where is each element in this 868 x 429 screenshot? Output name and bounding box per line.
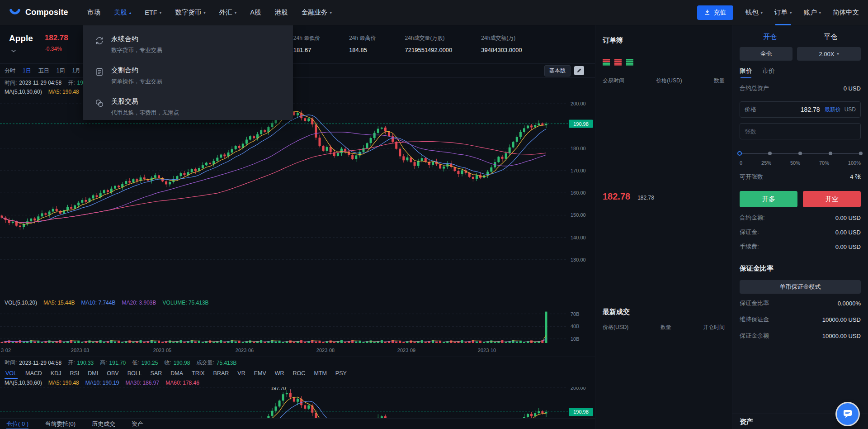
- indicator-boll[interactable]: BOLL: [127, 368, 143, 378]
- nav-account[interactable]: 账户▾: [803, 0, 821, 25]
- field-value: 2023-11-29 04:58: [19, 80, 61, 86]
- secondary-candle-chart[interactable]: 200.00190.98197.70: [0, 387, 595, 418]
- nav-item-finance[interactable]: 金融业务▾: [302, 8, 332, 17]
- chat-support-button[interactable]: [837, 403, 859, 425]
- indicator-rsi[interactable]: RSI: [69, 368, 80, 378]
- indicator-wr[interactable]: WR: [274, 368, 285, 378]
- indicator-sar[interactable]: SAR: [150, 368, 163, 378]
- nav-item-etf[interactable]: ETF▾: [145, 9, 161, 16]
- nav-orders[interactable]: 订单▾: [774, 0, 792, 25]
- indicator-roc[interactable]: ROC: [292, 368, 307, 378]
- chevron-down-icon: ▾: [819, 10, 821, 15]
- indicator-obv[interactable]: OBV: [106, 368, 119, 378]
- edition-button[interactable]: 基本版: [544, 65, 571, 76]
- timeframe-1月[interactable]: 1月: [72, 67, 80, 75]
- chevron-down-icon: ▾: [160, 10, 162, 15]
- tab-close[interactable]: 平仓: [824, 33, 837, 41]
- indicator-vol[interactable]: VOL: [5, 368, 18, 378]
- available-value: 4 张: [850, 173, 861, 181]
- use-latest-price-button[interactable]: 最新价: [825, 106, 841, 114]
- open-short-button[interactable]: 开空: [803, 191, 861, 207]
- margin-row-3: 保证金余额10000.00 USD: [740, 332, 861, 340]
- tab-limit[interactable]: 限价: [740, 67, 752, 76]
- tab-market[interactable]: 市价: [762, 67, 775, 76]
- row-value: 10000.00 USD: [822, 333, 861, 339]
- slider-dot-50%[interactable]: [798, 152, 802, 155]
- nav-wallet[interactable]: 钱包▾: [745, 0, 763, 25]
- book-both-sides-icon[interactable]: [603, 59, 610, 67]
- nav-item-hk-share[interactable]: 港股: [275, 8, 288, 17]
- timeframe-1周[interactable]: 1周: [57, 67, 65, 75]
- volume-chart[interactable]: 70B40B10B: [0, 307, 595, 347]
- slider-dot-25%[interactable]: [768, 152, 772, 155]
- svg-text:190.98: 190.98: [573, 409, 589, 415]
- price-input[interactable]: 价格 182.78 最新价 USD: [740, 101, 861, 118]
- indicator-dmi[interactable]: DMI: [87, 368, 99, 378]
- slider-dot-0[interactable]: [737, 151, 742, 156]
- stat-value: 7219551492.0000: [405, 47, 453, 53]
- slider-dot-100%[interactable]: [859, 152, 863, 155]
- indicator-dma[interactable]: DMA: [170, 368, 184, 378]
- svg-text:190.98: 190.98: [573, 121, 589, 127]
- nav-item-us-stock[interactable]: 美股▴: [114, 8, 132, 17]
- bottom-tab-1[interactable]: 仓位( 0 ): [6, 419, 28, 429]
- indicator-brar[interactable]: BRAR: [212, 368, 230, 378]
- indicator-mtm[interactable]: MTM: [313, 368, 327, 378]
- field-label: 时间:: [5, 79, 17, 87]
- app: Composite 市场美股▴ETF▾数字货币▾外汇▾A股港股金融业务▾ 充值 …: [0, 0, 868, 429]
- pencil-icon[interactable]: [574, 66, 584, 75]
- main-candle-chart[interactable]: 200.00180.00170.00160.00150.00140.00130.…: [0, 96, 595, 299]
- indicator-macd[interactable]: MACD: [24, 368, 43, 378]
- nav-item-label: 港股: [275, 8, 288, 17]
- symbol-selector[interactable]: Apple: [9, 33, 33, 63]
- nav-item-forex[interactable]: 外汇▾: [219, 8, 237, 17]
- row-value: 10000.00 USD: [822, 316, 861, 323]
- svg-text:200.00: 200.00: [571, 387, 586, 391]
- brand-logo[interactable]: Composite: [9, 7, 68, 19]
- chevron-down-icon: ▾: [203, 10, 206, 15]
- book-asks-only-icon[interactable]: [614, 59, 622, 67]
- amount-slider[interactable]: [740, 150, 861, 157]
- nav-item-market[interactable]: 市场: [87, 8, 100, 17]
- orderbook-mark-price: 182.78: [637, 195, 654, 201]
- margin-mode-button[interactable]: 全仓: [740, 47, 793, 61]
- chevron-down-icon: ▾: [837, 52, 839, 56]
- legend-item: MA5: 15.44B: [43, 300, 75, 306]
- bottom-tab-4[interactable]: 资产: [132, 419, 143, 429]
- leverage-button[interactable]: 2.00X▾: [797, 47, 861, 61]
- dropdown-item-3[interactable]: 美股交易代币兑换，零费用，无滑点: [83, 91, 293, 123]
- nav-pill-label: 订单: [774, 8, 788, 17]
- slider-dot-70%[interactable]: [829, 152, 832, 155]
- indicator-trix[interactable]: TRIX: [191, 368, 205, 378]
- dropdown-item-2[interactable]: 交割合约简单操作，专业交易: [83, 60, 293, 91]
- timeframe-1日[interactable]: 1日: [23, 67, 31, 75]
- bottom-tab-3[interactable]: 历史成交: [92, 419, 115, 429]
- nav-language[interactable]: 简体中文: [833, 0, 859, 25]
- indicator-kdj[interactable]: KDJ: [50, 368, 62, 378]
- recharge-button[interactable]: 充值: [697, 5, 733, 20]
- toolbar-right: 基本版: [544, 65, 590, 76]
- book-bids-only-icon[interactable]: [626, 59, 633, 67]
- nav-item-a-share[interactable]: A股: [250, 8, 261, 17]
- bottom-tab-2[interactable]: 当前委托(0): [45, 419, 75, 429]
- stat-value: 181.67: [293, 47, 320, 53]
- nav-item-crypto[interactable]: 数字货币▾: [175, 8, 206, 17]
- open-long-button[interactable]: 开多: [740, 191, 797, 207]
- dropdown-item-1[interactable]: 永续合约数字货币，专业交易: [83, 29, 293, 60]
- amount-input[interactable]: [745, 128, 856, 135]
- stat-label: 24h成交量(万股): [405, 34, 453, 42]
- timeframe-分时[interactable]: 分时: [5, 67, 15, 75]
- margin-rows: 保证金比率0.0000%维持保证金10000.00 USD保证金余额10000.…: [740, 299, 861, 340]
- indicator-psy[interactable]: PSY: [335, 368, 348, 378]
- indicator-vr[interactable]: VR: [236, 368, 246, 378]
- us-stock-dropdown-menu: 永续合约数字货币，专业交易交割合约简单操作，专业交易美股交易代币兑换，零费用，无…: [83, 25, 293, 120]
- orderbook-price-row: 182.78 182.78: [603, 191, 725, 202]
- indicator-emv[interactable]: EMV: [253, 368, 267, 378]
- volume-legend-row: VOL(5,10,20)MA5: 15.44BMA10: 7.744BMA20:…: [0, 299, 595, 307]
- tab-open[interactable]: 开仓: [763, 33, 777, 41]
- slider-label: 70%: [819, 160, 829, 166]
- timeframe-五日[interactable]: 五日: [38, 67, 49, 75]
- nav-menu: 市场美股▴ETF▾数字货币▾外汇▾A股港股金融业务▾: [87, 8, 332, 17]
- x-tick: 2023-08: [316, 348, 335, 353]
- single-currency-margin-button[interactable]: 单币保证金模式: [740, 280, 861, 294]
